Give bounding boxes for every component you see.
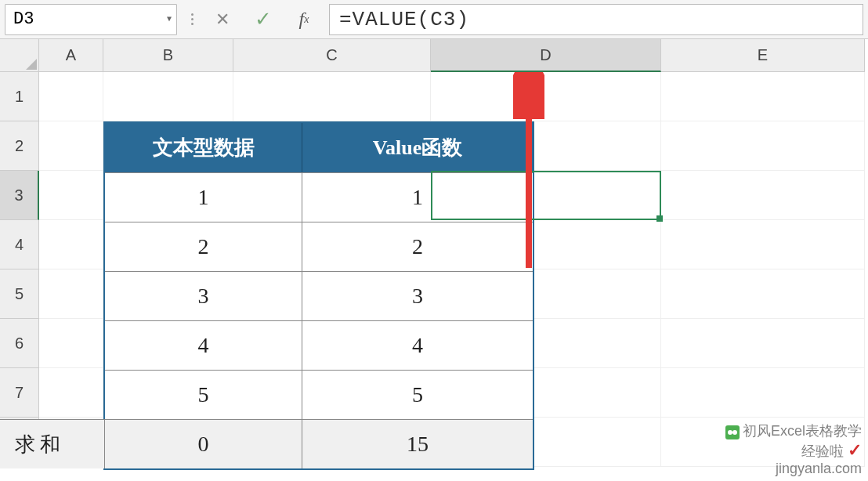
col-header-d[interactable]: D: [431, 39, 661, 72]
formula-text: =VALUE(C3): [339, 8, 469, 31]
cell-e7[interactable]: [661, 368, 865, 418]
cell-a6[interactable]: [39, 319, 103, 368]
cell-value[interactable]: 2: [105, 222, 302, 271]
cell-e4[interactable]: [661, 220, 865, 269]
col-header-b[interactable]: B: [103, 39, 233, 72]
watermark: 初风Excel表格教学 经验啦 ✓ jingyanla.com: [725, 423, 862, 478]
table-header-text-data: 文本型数据: [105, 123, 302, 172]
watermark-line2: 经验啦: [801, 443, 844, 459]
name-box[interactable]: D3 ▼: [5, 4, 177, 35]
cell-value[interactable]: 4: [302, 320, 533, 370]
cell-e6[interactable]: [661, 319, 865, 368]
formula-input[interactable]: =VALUE(C3): [329, 4, 863, 35]
cell-value[interactable]: 5: [302, 370, 533, 419]
sum-value-d[interactable]: 15: [302, 419, 533, 468]
watermark-site: jingyanla.com: [725, 461, 862, 478]
cell-value[interactable]: 5: [105, 370, 302, 419]
cell-b1[interactable]: [103, 72, 233, 121]
row-header-4[interactable]: 4: [0, 220, 39, 269]
name-box-value: D3: [13, 9, 34, 29]
cell-e2[interactable]: [661, 121, 865, 171]
cell-a4[interactable]: [39, 220, 103, 269]
cell-e5[interactable]: [661, 269, 865, 319]
cell-e3[interactable]: [661, 171, 865, 220]
cell-a2[interactable]: [39, 121, 103, 171]
cell-c1[interactable]: [233, 72, 431, 121]
cell-value[interactable]: 2: [302, 222, 533, 271]
sum-label[interactable]: 求和: [0, 419, 105, 468]
col-header-a[interactable]: A: [39, 39, 103, 72]
row-header-7[interactable]: 7: [0, 368, 39, 418]
col-header-c[interactable]: C: [233, 39, 431, 72]
row-header-1[interactable]: 1: [0, 72, 39, 121]
dropdown-icon[interactable]: ▼: [167, 15, 172, 24]
wechat-icon: [725, 425, 740, 439]
row-header-6[interactable]: 6: [0, 319, 39, 368]
cell-value[interactable]: 3: [105, 271, 302, 320]
data-table: 文本型数据 Value函数 1 1 2 2 3 3 4 4 5 5 求和 0 1…: [103, 121, 534, 470]
row-header-2[interactable]: 2: [0, 121, 39, 171]
cell-value[interactable]: 1: [105, 172, 302, 222]
cell-a5[interactable]: [39, 269, 103, 319]
fx-icon[interactable]: fx: [288, 4, 320, 35]
cell-e1[interactable]: [661, 72, 865, 121]
watermark-line1: 初风Excel表格教学: [743, 423, 862, 439]
cell-a7[interactable]: [39, 368, 103, 418]
row-header-5[interactable]: 5: [0, 269, 39, 319]
col-header-e[interactable]: E: [661, 39, 865, 72]
select-all-corner[interactable]: [0, 39, 39, 72]
formula-bar: D3 ▼ ✕ ✓ fx =VALUE(C3): [0, 0, 868, 39]
spreadsheet-grid[interactable]: A B C D E 1 2 3 4 5 6 7 8 文本型数: [0, 39, 868, 467]
cell-value[interactable]: 1: [302, 172, 533, 222]
cell-a1[interactable]: [39, 72, 103, 121]
table-header-value-fn: Value函数: [302, 123, 533, 172]
cell-d1[interactable]: [431, 72, 661, 121]
row-header-3[interactable]: 3: [0, 171, 39, 220]
sum-value-c[interactable]: 0: [105, 419, 302, 468]
separator-dots: [186, 13, 197, 25]
confirm-icon[interactable]: ✓: [248, 4, 279, 35]
cell-value[interactable]: 3: [302, 271, 533, 320]
cell-value[interactable]: 4: [105, 320, 302, 370]
cell-a3[interactable]: [39, 171, 103, 220]
check-icon: ✓: [848, 440, 862, 460]
cancel-icon[interactable]: ✕: [207, 4, 238, 35]
